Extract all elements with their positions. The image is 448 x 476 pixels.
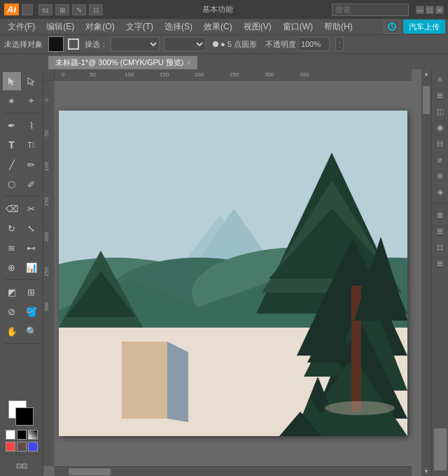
magic-wand-tool[interactable]: ✴	[3, 92, 21, 110]
curvature-tool[interactable]: ⌇	[22, 116, 41, 134]
color-swatch[interactable]	[17, 430, 27, 440]
tab-close-button[interactable]: ×	[187, 59, 191, 66]
panel-btn-4[interactable]: ◉	[433, 120, 447, 134]
menu-select[interactable]: 选择(S)	[160, 20, 197, 34]
maximize-button[interactable]: □	[426, 6, 434, 14]
panel-btn-1[interactable]: ≡	[433, 72, 447, 86]
upload-button[interactable]: 汽车上传	[403, 20, 445, 34]
minimize-button[interactable]: —	[416, 6, 424, 14]
rotate-tool[interactable]: ↻	[3, 219, 21, 237]
none-fill-swatch[interactable]	[6, 430, 15, 440]
warp-tool[interactable]: ≋	[3, 239, 21, 257]
paint-brush[interactable]: ✏	[22, 155, 41, 174]
tab-bar: 未标题-1*@ 300% (CMYK/GPU 预览) ×	[0, 54, 448, 69]
panel-btn-5[interactable]: ⊟	[433, 136, 447, 150]
svg-marker-42	[167, 342, 188, 422]
right-scroll-thumb[interactable]	[434, 428, 447, 470]
mesh-tool[interactable]: ⊞	[22, 283, 41, 301]
panel-btn-8[interactable]: ◈	[433, 185, 447, 199]
panel-btn-7[interactable]: ⊛	[433, 169, 447, 183]
more-options-button[interactable]: ⋮	[335, 37, 344, 51]
scissors-tool[interactable]: ✂	[22, 200, 41, 218]
app-title: 基本功能	[106, 4, 329, 15]
menu-window[interactable]: 窗口(W)	[278, 20, 318, 34]
badge-text: ● 5 点圆形	[220, 39, 257, 50]
canvas-area[interactable]: 0 50 100 150 200 250 300 350 0 50 100 15…	[43, 69, 421, 476]
menu-effect[interactable]: 效果(C)	[199, 20, 237, 34]
eraser-tools-row: ⌫ ✂	[3, 200, 41, 218]
panel-btn-3[interactable]: ◫	[433, 104, 447, 118]
eraser-tool[interactable]: ⌫	[3, 200, 21, 218]
touch-type-tool[interactable]: T⃝	[22, 136, 41, 154]
lasso-tool[interactable]: ⌖	[22, 92, 41, 110]
artboard-tool[interactable]: ⊡⊡	[7, 458, 36, 473]
direct-selection-tool[interactable]	[22, 72, 41, 90]
zoom-tool[interactable]: 🔍	[22, 322, 41, 340]
workspace: ✴ ⌖ ✒ ⌇ T T⃝ ╱ ✏ ⬡ ✐ ⌫ ✂ ↻ ⤡ ≋	[0, 69, 448, 476]
svg-text:150: 150	[160, 71, 169, 78]
panel-btn-11[interactable]: ⊡	[433, 240, 447, 254]
selection-tool[interactable]	[3, 72, 21, 90]
search-input[interactable]	[335, 6, 405, 14]
blue-swatch[interactable]	[28, 442, 38, 451]
eyedropper-tool[interactable]: ⊘	[3, 302, 21, 321]
panel-btn-10[interactable]: ⊞	[433, 224, 447, 238]
pen-tool[interactable]: ✒	[3, 116, 21, 134]
shape-builder[interactable]: ⊕	[3, 258, 21, 276]
warp-tools-row: ≋ ⊷	[3, 239, 41, 257]
foreground-color-swatch[interactable]	[15, 407, 34, 426]
toolbar-dropdown1[interactable]	[111, 37, 160, 51]
rotate-tools-row: ↻ ⤡	[3, 219, 41, 237]
line-tool[interactable]: ╱	[3, 155, 21, 174]
toolbar-dropdown2[interactable]	[164, 37, 206, 51]
tab-title: 未标题-1*@ 300% (CMYK/GPU 预览)	[55, 57, 184, 68]
type-tool[interactable]: T	[3, 136, 21, 154]
scale-tool[interactable]: ⤡	[22, 219, 41, 237]
menu-object[interactable]: 对象(O)	[80, 20, 119, 34]
magic-lasso-row: ✴ ⌖	[3, 92, 41, 110]
hand-tool[interactable]: ✋	[3, 322, 21, 340]
left-toolbar: ✴ ⌖ ✒ ⌇ T T⃝ ╱ ✏ ⬡ ✐ ⌫ ✂ ↻ ⤡ ≋	[0, 69, 43, 476]
panel-btn-2[interactable]: ⊞	[433, 88, 447, 102]
view-tools-row: ✋ 🔍	[3, 322, 41, 340]
title-search[interactable]	[332, 4, 409, 16]
stroke-color[interactable]	[68, 38, 79, 50]
h-scrollbar[interactable]	[55, 466, 412, 476]
divider1	[4, 113, 39, 113]
red-swatch[interactable]	[6, 442, 15, 451]
menu-text[interactable]: 文字(T)	[121, 20, 158, 34]
panel-btn-6[interactable]: ⌀	[433, 153, 447, 167]
divider3	[4, 279, 39, 280]
none-swatch[interactable]	[17, 442, 27, 451]
scroll-up-button[interactable]: ▲	[421, 69, 431, 79]
document-tab[interactable]: 未标题-1*@ 300% (CMYK/GPU 预览) ×	[48, 55, 198, 69]
close-button[interactable]: ✕	[435, 6, 444, 14]
menu-edit[interactable]: 编辑(E)	[41, 20, 79, 34]
scroll-down-button[interactable]: ▼	[421, 466, 431, 476]
width-tool[interactable]: ⊷	[22, 239, 41, 257]
paint-bucket[interactable]: 🪣	[22, 302, 41, 321]
shaper-tool[interactable]: ⬡	[3, 175, 21, 193]
panel-btn-9[interactable]: ≣	[433, 208, 447, 222]
svg-text:250: 250	[43, 267, 50, 276]
pen-tools-row: ✒ ⌇	[3, 116, 41, 134]
pencil-tool[interactable]: ✐	[22, 175, 41, 193]
fill-color[interactable]	[48, 36, 64, 52]
svg-point-46	[325, 401, 395, 415]
menu-help[interactable]: 帮助(H)	[319, 20, 358, 34]
h-scroll-thumb[interactable]	[69, 468, 111, 475]
v-scroll-thumb[interactable]	[423, 86, 430, 114]
shape-tools-row: ⬡ ✐	[3, 175, 41, 193]
menu-file[interactable]: 文件(F)	[3, 20, 40, 34]
v-scrollbar[interactable]: ▲ ▼	[421, 69, 431, 476]
canvas-wrapper	[55, 80, 412, 466]
panel-btn-12[interactable]: ⊞	[433, 256, 447, 270]
panel-toggle[interactable]	[384, 20, 400, 34]
opacity-input[interactable]	[298, 37, 330, 51]
gradient-swatch[interactable]	[28, 430, 38, 440]
divider4	[4, 343, 39, 344]
menu-view[interactable]: 视图(V)	[239, 20, 276, 34]
chart-tool[interactable]: 📊	[22, 258, 41, 276]
gradient-tool[interactable]: ◩	[3, 283, 21, 301]
divider2	[4, 196, 39, 197]
